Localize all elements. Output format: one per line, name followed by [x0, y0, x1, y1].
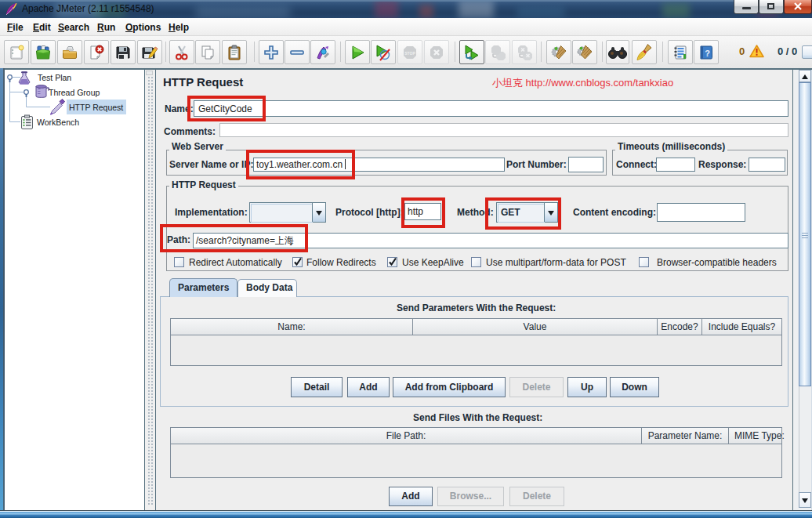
svg-text:?: ? — [705, 48, 710, 57]
svg-text:STOP: STOP — [404, 50, 415, 55]
